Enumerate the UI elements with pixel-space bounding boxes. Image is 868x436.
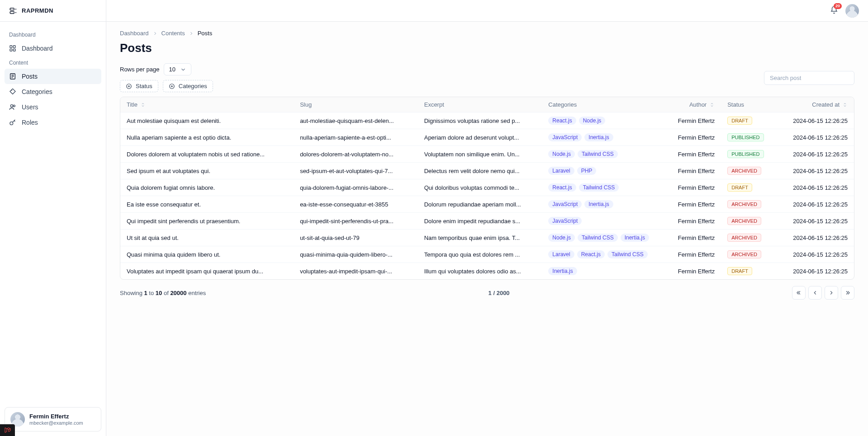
cell-categories: JavaScriptInertia.js	[542, 129, 669, 146]
cell-author: Fermin Effertz	[669, 263, 721, 280]
page-first-button[interactable]	[792, 286, 806, 300]
cell-status: DRAFT	[721, 179, 776, 196]
cell-excerpt: Dolorum repudiandae aperiam moll...	[418, 196, 542, 213]
table-header-row: Title Slug Excerpt Categories Author Sta…	[120, 97, 854, 113]
search-input[interactable]	[764, 71, 854, 85]
cell-categories: Node.jsTailwind CSSInertia.js	[542, 230, 669, 246]
cell-excerpt: Qui doloribus voluptas commodi te...	[418, 179, 542, 196]
breadcrumb-item[interactable]: Contents	[161, 30, 185, 37]
category-tag: React.js	[548, 117, 576, 125]
sidebar-item-categories[interactable]: Categories	[5, 84, 101, 99]
cell-created: 2024-06-15 12:26:25	[776, 146, 854, 163]
cell-author: Fermin Effertz	[669, 196, 721, 213]
sidebar-item-posts[interactable]: Posts	[5, 69, 101, 84]
breadcrumb-item: Posts	[198, 30, 213, 37]
category-tag: React.js	[577, 250, 605, 258]
col-title-header[interactable]: Title	[127, 101, 146, 108]
cell-title: Aut molestiae quisquam est deleniti.	[120, 113, 294, 129]
filter-status-button[interactable]: Status	[120, 80, 158, 92]
table-row[interactable]: Dolores dolorem at voluptatem nobis ut s…	[120, 146, 854, 163]
filter-categories-button[interactable]: Categories	[163, 80, 213, 92]
cell-slug: nulla-aperiam-sapiente-a-est-opti...	[294, 129, 418, 146]
breadcrumb-item[interactable]: Dashboard	[120, 30, 149, 37]
breadcrumb: DashboardContentsPosts	[120, 30, 854, 37]
table-row[interactable]: Ut sit at quia sed ut.ut-sit-at-quia-sed…	[120, 230, 854, 246]
sort-icon	[140, 102, 146, 108]
table-row[interactable]: Nulla aperiam sapiente a est optio dicta…	[120, 129, 854, 146]
status-badge: DRAFT	[727, 267, 752, 275]
category-tag: Inertia.js	[621, 234, 649, 242]
sidebar-item-dashboard[interactable]: Dashboard	[5, 41, 101, 56]
laravel-debugbar-button[interactable]	[0, 424, 15, 436]
cell-status: ARCHIVED	[721, 213, 776, 230]
categories-icon	[9, 88, 16, 95]
page-prev-button[interactable]	[808, 286, 822, 300]
rows-select[interactable]: 10	[164, 63, 191, 75]
cell-title: Voluptates aut impedit ipsam qui quaerat…	[120, 263, 294, 280]
sidebar-nav: DashboardDashboardContentPostsCategories…	[0, 22, 106, 403]
category-tag: Node.js	[548, 150, 575, 158]
cell-slug: dolores-dolorem-at-voluptatem-no...	[294, 146, 418, 163]
chevrons-left-icon	[796, 290, 802, 296]
category-tag: Tailwind CSS	[579, 183, 619, 192]
roles-icon	[9, 119, 16, 126]
col-author-header[interactable]: Author	[689, 101, 715, 108]
rows-per-page: Rows per page 10	[120, 63, 213, 75]
category-tag: Tailwind CSS	[578, 234, 618, 242]
notifications-count: 20	[834, 3, 842, 9]
sidebar-item-label: Dashboard	[22, 45, 53, 52]
category-tag: Inertia.js	[548, 267, 577, 275]
cell-author: Fermin Effertz	[669, 129, 721, 146]
cell-slug: quia-dolorem-fugiat-omnis-labore-...	[294, 179, 418, 196]
cell-slug: quasi-minima-quia-quidem-libero-...	[294, 246, 418, 263]
table-row[interactable]: Qui impedit sint perferendis ut praesent…	[120, 213, 854, 230]
col-created-header[interactable]: Created at	[812, 101, 848, 108]
user-card[interactable]: Fermin Effertz mbecker@example.com	[5, 407, 101, 431]
cell-author: Fermin Effertz	[669, 246, 721, 263]
sidebar-header: RAPRMDN	[0, 0, 106, 22]
users-icon	[9, 103, 16, 111]
cell-excerpt: Aperiam dolore ad deserunt volupt...	[418, 129, 542, 146]
cell-created: 2024-06-15 12:26:25	[776, 179, 854, 196]
chevron-right-icon	[189, 31, 194, 36]
sidebar-item-users[interactable]: Users	[5, 99, 101, 115]
cell-status: DRAFT	[721, 263, 776, 280]
category-tag: Node.js	[579, 117, 606, 125]
category-tag: Tailwind CSS	[578, 150, 618, 158]
topbar: 20	[106, 0, 868, 22]
posts-table: Title Slug Excerpt Categories Author Sta…	[120, 97, 854, 280]
cell-excerpt: Tempora quo quia est dolores rem ...	[418, 246, 542, 263]
cell-created: 2024-06-15 12:26:25	[776, 163, 854, 179]
table-row[interactable]: Ea iste esse consequatur et.ea-iste-esse…	[120, 196, 854, 213]
status-badge: ARCHIVED	[727, 234, 761, 242]
category-tag: JavaScript	[548, 200, 582, 208]
cell-slug: qui-impedit-sint-perferendis-ut-pra...	[294, 213, 418, 230]
status-badge: PUBLISHED	[727, 133, 764, 141]
page-next-button[interactable]	[825, 286, 838, 300]
table-row[interactable]: Voluptates aut impedit ipsam qui quaerat…	[120, 263, 854, 280]
cell-status: ARCHIVED	[721, 230, 776, 246]
category-tag: Inertia.js	[584, 200, 613, 208]
category-tag: Laravel	[548, 167, 574, 175]
col-categories-header: Categories	[542, 97, 669, 113]
table-row[interactable]: Sed ipsum et aut voluptates qui.sed-ipsu…	[120, 163, 854, 179]
cell-created: 2024-06-15 12:26:25	[776, 263, 854, 280]
chevron-right-icon	[152, 31, 158, 36]
page-last-button[interactable]	[841, 286, 854, 300]
cell-created: 2024-06-15 12:26:25	[776, 213, 854, 230]
notifications-button[interactable]: 20	[830, 6, 838, 15]
topbar-avatar[interactable]	[845, 4, 859, 18]
category-tag: JavaScript	[548, 217, 582, 225]
table-row[interactable]: Aut molestiae quisquam est deleniti.aut-…	[120, 113, 854, 129]
sidebar-item-roles[interactable]: Roles	[5, 115, 101, 130]
cell-author: Fermin Effertz	[669, 163, 721, 179]
table-row[interactable]: Quia dolorem fugiat omnis labore.quia-do…	[120, 179, 854, 196]
brand-name[interactable]: RAPRMDN	[22, 7, 53, 14]
cell-title: Quia dolorem fugiat omnis labore.	[120, 179, 294, 196]
table-row[interactable]: Quasi minima quia quidem libero ut.quasi…	[120, 246, 854, 263]
rows-label: Rows per page	[120, 66, 159, 73]
cell-created: 2024-06-15 12:26:25	[776, 129, 854, 146]
page-indicator: 1 / 2000	[489, 290, 510, 296]
sidebar-item-label: Users	[22, 103, 38, 111]
chevron-right-icon	[828, 290, 835, 296]
